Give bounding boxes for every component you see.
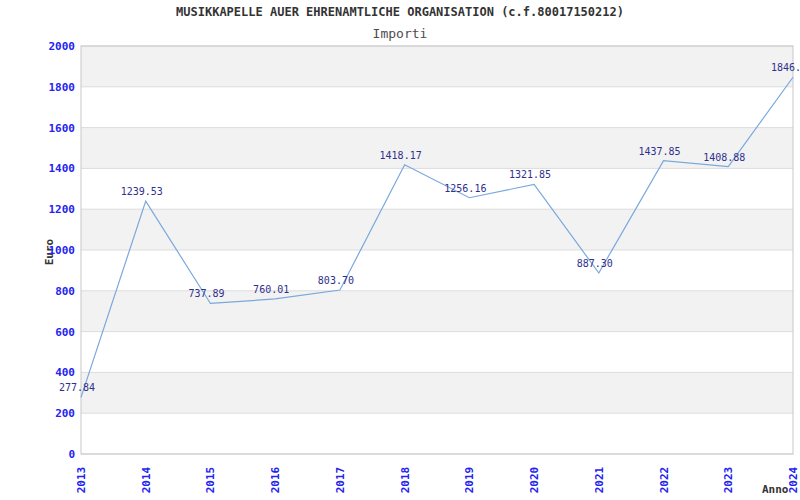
x-tick-label: 2015 xyxy=(204,467,217,494)
y-tick-label: 600 xyxy=(55,326,75,339)
y-tick-label: 1800 xyxy=(49,81,76,94)
data-label: 1846.9 xyxy=(771,62,800,73)
plot-band xyxy=(81,46,793,87)
y-tick-label: 400 xyxy=(55,366,75,379)
x-tick-label: 2022 xyxy=(658,467,671,494)
data-label: 760.01 xyxy=(253,284,289,295)
data-label: 1408.88 xyxy=(703,152,745,163)
plot-band xyxy=(81,372,793,413)
x-tick-label: 2024 xyxy=(787,466,800,493)
line-chart: 0200400600800100012001400160018002000201… xyxy=(0,0,800,500)
data-label: 1437.85 xyxy=(638,146,680,157)
y-tick-label: 200 xyxy=(55,407,75,420)
y-tick-label: 1400 xyxy=(49,162,76,175)
x-tick-label: 2023 xyxy=(722,467,735,494)
data-label: 803.70 xyxy=(318,275,354,286)
data-label: 737.89 xyxy=(188,288,224,299)
data-label: 1239.53 xyxy=(121,186,163,197)
data-label: 277.84 xyxy=(59,382,95,393)
y-tick-label: 1600 xyxy=(49,122,76,135)
y-tick-label: 0 xyxy=(68,448,75,461)
x-tick-label: 2020 xyxy=(528,467,541,494)
data-label: 1256.16 xyxy=(444,183,486,194)
y-tick-label: 1200 xyxy=(49,203,76,216)
x-tick-label: 2018 xyxy=(399,467,412,494)
y-tick-label: 1000 xyxy=(49,244,76,257)
x-tick-label: 2013 xyxy=(75,467,88,494)
y-tick-label: 2000 xyxy=(49,40,76,53)
plot-band xyxy=(81,209,793,250)
x-tick-label: 2014 xyxy=(140,466,153,493)
data-label: 1321.85 xyxy=(509,169,551,180)
data-label: 1418.17 xyxy=(380,150,422,161)
y-tick-label: 800 xyxy=(55,285,75,298)
x-tick-label: 2019 xyxy=(463,467,476,494)
x-tick-label: 2017 xyxy=(334,467,347,494)
x-tick-label: 2016 xyxy=(269,466,282,493)
data-label: 887.30 xyxy=(577,258,613,269)
x-tick-label: 2021 xyxy=(593,466,606,493)
chart-page: MUSIKKAPELLE AUER EHRENAMTLICHE ORGANISA… xyxy=(0,0,800,500)
